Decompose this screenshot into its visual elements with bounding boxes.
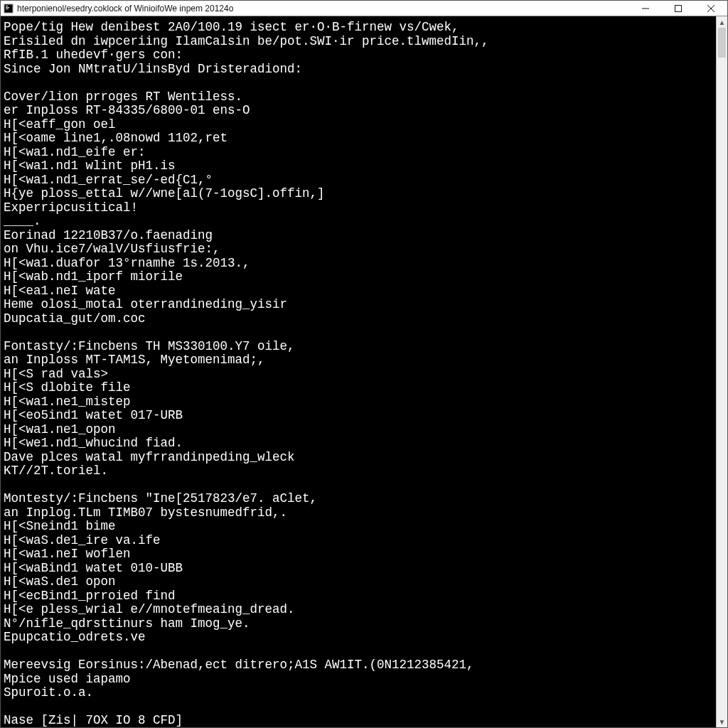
svg-rect-5: [675, 5, 682, 11]
svg-rect-3: [6, 9, 9, 9]
scroll-up-arrow-icon[interactable]: ▲: [717, 16, 727, 28]
svg-rect-2: [6, 7, 9, 8]
vertical-scrollbar[interactable]: ▲ ▼: [716, 16, 727, 727]
app-icon: [4, 4, 14, 14]
window-controls: [629, 1, 727, 16]
window-title: hterponienol/esedry.coklock of WinioifoW…: [17, 4, 629, 14]
scrollbar-track[interactable]: [717, 28, 727, 716]
svg-rect-1: [6, 6, 8, 6]
app-window: hterponienol/esedry.coklock of WinioifoW…: [0, 0, 728, 728]
minimize-button[interactable]: [629, 1, 662, 16]
scrollbar-thumb[interactable]: [718, 28, 726, 58]
client-area: Pope/tig Hew denibest 2A0/100.19 isect e…: [1, 16, 727, 727]
scroll-down-arrow-icon[interactable]: ▼: [717, 716, 727, 727]
titlebar[interactable]: hterponienol/esedry.coklock of WinioifoW…: [1, 1, 727, 16]
terminal-output[interactable]: Pope/tig Hew denibest 2A0/100.19 isect e…: [1, 16, 727, 727]
maximize-button[interactable]: [662, 1, 695, 16]
close-button[interactable]: [695, 1, 727, 16]
